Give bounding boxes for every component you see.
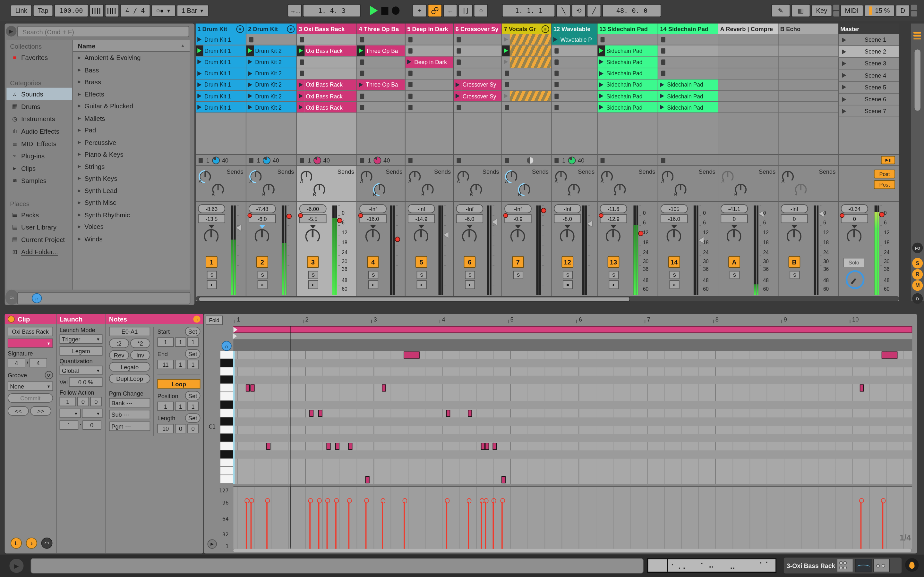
- peak-level-display[interactable]: -6.00: [299, 204, 326, 213]
- send-knob-b[interactable]: B: [212, 184, 224, 195]
- fa-action-a-select[interactable]: ▼: [60, 409, 81, 418]
- track-activator-button[interactable]: 7: [512, 256, 524, 268]
- volume-field[interactable]: 0: [841, 214, 868, 223]
- send-knob-a[interactable]: A: [601, 171, 613, 183]
- clip-launch-zone[interactable]: [196, 102, 204, 113]
- clip-slot[interactable]: [357, 68, 405, 79]
- clip-stop-icon[interactable]: [505, 82, 509, 87]
- midi-note[interactable]: [309, 410, 313, 417]
- sidebar-item-clips[interactable]: ▸Clips: [6, 162, 72, 174]
- clip-stop-icon[interactable]: [360, 37, 364, 42]
- browser-tree-item[interactable]: ▶Bass: [73, 64, 190, 76]
- velocity-lane[interactable]: [233, 486, 912, 549]
- clip-launch-zone[interactable]: [297, 79, 305, 90]
- reverse-button[interactable]: Rev: [109, 350, 129, 359]
- clip[interactable]: Crossover Sy: [454, 79, 501, 90]
- clip-tab-notes-icon[interactable]: ♪: [26, 538, 37, 549]
- reenable-automation-button[interactable]: ←: [443, 4, 457, 17]
- position-set-button[interactable]: Set: [185, 391, 200, 400]
- white-key[interactable]: [220, 475, 233, 484]
- midi-note[interactable]: [481, 443, 485, 450]
- scene-play-icon[interactable]: [842, 61, 846, 66]
- stop-all-icon[interactable]: [360, 157, 364, 163]
- clip-slot[interactable]: [405, 34, 453, 45]
- clip-slot[interactable]: [718, 57, 778, 68]
- clip-quantization-select[interactable]: Global▼: [60, 366, 103, 375]
- black-key[interactable]: [220, 417, 233, 426]
- volume-field[interactable]: -0.9: [504, 214, 531, 223]
- pan-knob[interactable]: [787, 229, 801, 243]
- velocity-stem[interactable]: [861, 502, 862, 549]
- white-key[interactable]: [220, 351, 233, 359]
- clip-slot[interactable]: [718, 91, 778, 102]
- clip-slot[interactable]: [502, 68, 551, 79]
- clip[interactable]: Oxi Bass Rack: [297, 45, 357, 57]
- clip-slot[interactable]: [779, 34, 838, 45]
- clip-launch-zone[interactable]: [357, 45, 365, 56]
- nudge-down-button[interactable]: ||||: [89, 4, 103, 17]
- track-header[interactable]: 4 Three Op Ba: [357, 23, 405, 34]
- track-header[interactable]: B Echo: [779, 23, 838, 34]
- black-key[interactable]: [220, 359, 233, 367]
- mixer-section-toggle-i-o[interactable]: I-O: [912, 243, 923, 253]
- velocity-head-icon[interactable]: [859, 498, 864, 504]
- clip[interactable]: Sidechain Pad: [598, 68, 657, 79]
- launch-mode-select[interactable]: Trigger▼: [60, 334, 103, 343]
- length-beat-field[interactable]: 0: [175, 424, 186, 433]
- arm-button[interactable]: ◐: [309, 280, 318, 289]
- peak-level-display[interactable]: -7.48: [249, 204, 276, 213]
- pan-knob[interactable]: [510, 229, 525, 243]
- clip[interactable]: Drum Kit 2: [246, 57, 296, 68]
- velocity-head-icon[interactable]: [381, 498, 385, 504]
- fader-handle[interactable]: [395, 237, 401, 242]
- clip-launch-zone[interactable]: [598, 45, 605, 56]
- clip[interactable]: Drum Kit 1: [196, 57, 246, 68]
- track-header[interactable]: 14 Sidechain Pad: [658, 23, 718, 34]
- solo-button[interactable]: S: [790, 271, 800, 279]
- send-knob-a[interactable]: A: [300, 171, 312, 183]
- track-header[interactable]: 5 Deep in Dark: [405, 23, 453, 34]
- velocity-stem[interactable]: [493, 502, 494, 549]
- device-thumb-1[interactable]: [837, 559, 853, 572]
- track-stop-row[interactable]: [405, 154, 453, 166]
- sig-denominator-field[interactable]: 4: [29, 358, 47, 367]
- send-knob-a[interactable]: A: [457, 171, 469, 183]
- clip-slot[interactable]: [551, 57, 597, 68]
- clip-launch-zone[interactable]: [196, 79, 204, 90]
- circle-down-icon[interactable]: ▼: [287, 25, 294, 33]
- play-button[interactable]: [370, 5, 378, 17]
- solo-button[interactable]: S: [609, 271, 619, 279]
- clip-slot[interactable]: [551, 102, 597, 113]
- track-header[interactable]: A Reverb | Compre: [718, 23, 778, 34]
- clip-slot[interactable]: [779, 57, 838, 68]
- browser-tree-item[interactable]: ▶Synth Rhythmic: [73, 209, 190, 221]
- start-bar-field[interactable]: 1: [157, 337, 174, 347]
- length-six-field[interactable]: 0: [187, 424, 199, 433]
- clip-color-select[interactable]: ▼: [8, 338, 53, 348]
- solo-button[interactable]: S: [730, 271, 740, 279]
- position-beat-field[interactable]: 1: [175, 402, 186, 411]
- clip-stop-icon[interactable]: [457, 37, 461, 42]
- clip-launch-zone[interactable]: [246, 102, 254, 113]
- track-stop-row[interactable]: 140: [196, 154, 246, 166]
- clip[interactable]: Drum Kit 2: [246, 102, 296, 113]
- midi-note[interactable]: [326, 443, 331, 450]
- velocity-lane-expand-icon[interactable]: ▶: [208, 539, 217, 548]
- pan-knob[interactable]: [462, 229, 477, 243]
- arrangement-position-field[interactable]: 1. 4. 3: [303, 4, 361, 17]
- track-stop-row[interactable]: 140: [357, 154, 405, 166]
- solo-button[interactable]: S: [465, 271, 475, 279]
- cue-volume-knob[interactable]: [846, 270, 865, 289]
- expand-triangle-icon[interactable]: ▶: [78, 213, 81, 218]
- arm-button[interactable]: ◐: [465, 280, 475, 289]
- send-knob-b[interactable]: B: [313, 184, 325, 195]
- sidebar-item-audio-effects[interactable]: ılıAudio Effects: [6, 125, 72, 137]
- peak-level-display[interactable]: -Inf: [554, 204, 581, 213]
- clip-slot[interactable]: [405, 91, 453, 102]
- browser-tree-item[interactable]: ▶Effects: [73, 88, 190, 100]
- send-knob-b[interactable]: B: [735, 184, 746, 195]
- clip-tab-launch-icon[interactable]: L: [11, 538, 22, 549]
- volume-field[interactable]: -12.9: [600, 214, 627, 223]
- groove-hotswap-icon[interactable]: ⟳: [45, 371, 53, 379]
- fa-chance-b-field[interactable]: 0: [82, 420, 102, 430]
